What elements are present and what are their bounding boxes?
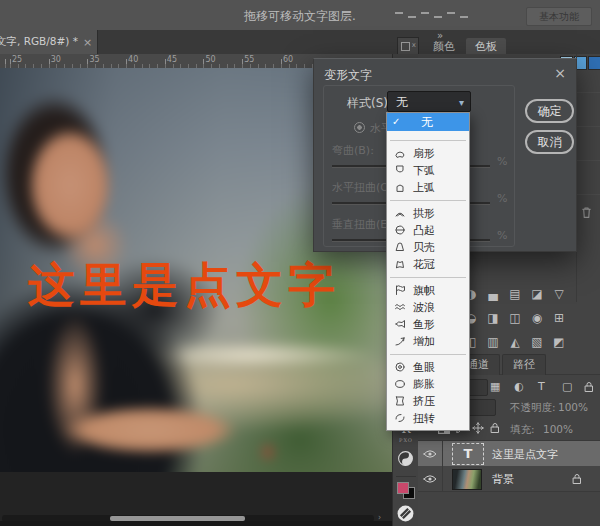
style-option-label: 贝壳 xyxy=(413,239,435,256)
ruler-tick-label: 30 xyxy=(51,55,61,64)
ruler-tick-label: 55 xyxy=(244,55,254,64)
document-tab[interactable]: 文字, RGB/8#) * × xyxy=(0,30,98,54)
ruler-tick-label: 45 xyxy=(167,55,177,64)
style-option[interactable]: 鱼眼 xyxy=(387,359,469,376)
foreground-background-colors[interactable] xyxy=(397,482,415,499)
document-tab-title: 文字, RGB/8#) * xyxy=(0,35,78,49)
squeeze-icon xyxy=(394,395,406,407)
style-option-label: 旗帜 xyxy=(413,282,435,299)
layer-visibility-toggle[interactable] xyxy=(418,441,443,466)
no-entry-icon[interactable] xyxy=(396,504,415,523)
flag-icon xyxy=(394,284,406,296)
fisheye-icon xyxy=(394,361,406,373)
style-select-value: 无 xyxy=(396,95,408,109)
dash-icon xyxy=(434,16,442,18)
layer-row[interactable]: 背景 xyxy=(418,466,600,492)
yinyang-icon[interactable] xyxy=(397,450,414,467)
opacity-value[interactable]: 100% xyxy=(558,401,588,413)
adjustment-icon[interactable]: ◫ xyxy=(504,306,526,330)
ok-button[interactable]: 确定 xyxy=(525,99,574,123)
lock-all-icon[interactable] xyxy=(489,422,501,434)
filter-kind-icon[interactable]: T xyxy=(538,378,545,395)
adjustment-icon[interactable]: ◩ xyxy=(548,330,570,354)
style-option-label: 花冠 xyxy=(413,256,435,273)
ruler-tick-label: 60 xyxy=(283,55,293,64)
style-option[interactable]: 增加 xyxy=(387,333,469,350)
swatch-chip[interactable] xyxy=(588,56,600,70)
slider-unit: % xyxy=(497,155,507,168)
style-option[interactable]: 旗帜 xyxy=(387,282,469,299)
adjustment-icon[interactable]: ▄ xyxy=(482,282,504,306)
slider-unit: % xyxy=(497,192,507,205)
ruler-tick-label: 35 xyxy=(89,55,99,64)
filter-kind-icon[interactable]: ▢ xyxy=(562,378,572,395)
panel-row-line xyxy=(577,160,600,161)
dash-icon xyxy=(447,12,455,14)
adjustment-icon[interactable]: ◉ xyxy=(526,306,548,330)
lock-position-icon[interactable] xyxy=(472,422,484,434)
tab-paths[interactable]: 路径 xyxy=(502,354,546,375)
style-option[interactable]: 上弧 xyxy=(387,179,469,196)
arc-lower-icon xyxy=(394,164,406,176)
filter-kind-icon[interactable]: ◐ xyxy=(514,378,524,395)
rise-icon xyxy=(394,335,406,347)
filter-kind-icon[interactable]: ▦ xyxy=(490,378,500,395)
wave-icon xyxy=(394,301,406,313)
filter-smartobject-icon[interactable] xyxy=(583,381,595,393)
menu-gap xyxy=(387,131,469,136)
ruler-tick-label: 50 xyxy=(206,55,216,64)
style-option-label: 挤压 xyxy=(413,393,435,410)
adjustment-icon[interactable]: ◨ xyxy=(482,306,504,330)
check-icon: ✓ xyxy=(392,113,400,131)
layer-visibility-toggle[interactable] xyxy=(418,466,443,491)
dialog-close-icon[interactable]: × xyxy=(554,65,566,81)
pasteboard: › xyxy=(0,472,392,526)
style-option[interactable]: 凸起 xyxy=(387,222,469,239)
ruler-tick-label: 40 xyxy=(128,55,138,64)
style-option-label: 鱼眼 xyxy=(413,359,435,376)
style-option-none[interactable]: ✓ 无 xyxy=(387,113,469,131)
style-option[interactable]: 波浪 xyxy=(387,299,469,316)
workspace-switcher-button[interactable]: 基本功能 xyxy=(526,7,592,26)
document-close-icon[interactable]: × xyxy=(83,36,92,49)
panel-close-icon: x xyxy=(412,41,416,49)
layer-name[interactable]: 背景 xyxy=(492,472,514,487)
layer-name[interactable]: 这里是点文字 xyxy=(492,447,558,462)
style-option-label: 凸起 xyxy=(413,222,435,239)
style-option[interactable]: 花冠 xyxy=(387,256,469,273)
adjustment-icon[interactable]: ▥ xyxy=(482,330,504,354)
foreground-color-swatch[interactable] xyxy=(397,482,409,494)
style-option[interactable]: 贝壳 xyxy=(387,239,469,256)
dock-divider xyxy=(396,476,416,477)
style-option[interactable]: 挤压 xyxy=(387,393,469,410)
style-option[interactable]: 拱形 xyxy=(387,205,469,222)
adjustment-icon[interactable]: ▽ xyxy=(548,282,570,306)
style-option[interactable]: 扇形 xyxy=(387,145,469,162)
adjustment-icon[interactable]: ◪ xyxy=(526,282,548,306)
warp-style-menu: ✓ 无 扇形下弧上弧拱形凸起贝壳花冠旗帜波浪鱼形增加鱼眼膨胀挤压扭转 xyxy=(386,112,470,431)
canvas-text-layer[interactable]: 这里是点文字 xyxy=(28,254,340,317)
fan-icon xyxy=(394,147,406,159)
image-layer-thumbnail[interactable] xyxy=(452,469,482,490)
layer-row[interactable]: T这里是点文字 xyxy=(418,441,600,467)
style-option[interactable]: 下弧 xyxy=(387,162,469,179)
adjustment-icon[interactable]: ▧ xyxy=(526,330,548,354)
dash-icon xyxy=(460,16,468,18)
style-option[interactable]: 鱼形 xyxy=(387,316,469,333)
style-option[interactable]: 扭转 xyxy=(387,410,469,427)
options-bar: 拖移可移动文字图层. 基本功能 xyxy=(0,0,600,31)
menu-separator xyxy=(390,354,466,355)
trash-icon[interactable] xyxy=(581,206,592,219)
options-bar-controls xyxy=(395,12,468,18)
adjustment-icon[interactable]: ◭ xyxy=(504,330,526,354)
text-layer-thumbnail[interactable]: T xyxy=(452,443,484,465)
style-select[interactable]: 无 ▾ xyxy=(387,91,471,112)
adjustment-icon[interactable]: ⊞ xyxy=(548,306,570,330)
style-option-label: 波浪 xyxy=(413,299,435,316)
adjustment-icon[interactable]: ▤ xyxy=(504,282,526,306)
ruler-tick-label: 25 xyxy=(12,55,22,64)
style-option[interactable]: 膨胀 xyxy=(387,376,469,393)
fill-value[interactable]: 100% xyxy=(543,423,573,435)
cancel-button[interactable]: 取消 xyxy=(525,130,574,154)
menu-groups: 扇形下弧上弧拱形凸起贝壳花冠旗帜波浪鱼形增加鱼眼膨胀挤压扭转 xyxy=(387,140,469,427)
